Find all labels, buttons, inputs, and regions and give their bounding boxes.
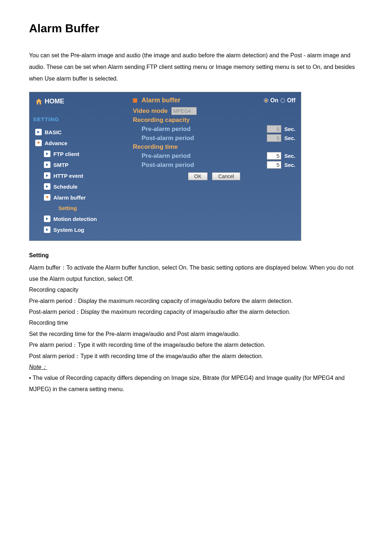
sidebar-item-ftp[interactable]: FTP client: [33, 148, 124, 159]
recording-capacity-label: Recording capacity: [133, 116, 190, 124]
sidebar-item-http[interactable]: HTTP event: [33, 170, 124, 181]
arrow-right-icon: [44, 226, 50, 233]
note-label: Note：: [29, 362, 363, 373]
radio-on-label: On: [270, 97, 278, 104]
ok-button[interactable]: OK: [188, 172, 208, 180]
home-link[interactable]: HOME: [33, 98, 124, 105]
sidebar-item-alarm-buffer[interactable]: Alarm buffer: [33, 192, 124, 203]
video-mode-value: MPEG4: [171, 107, 197, 115]
unit-label: Sec.: [284, 153, 295, 159]
video-mode-label: Video mode: [133, 107, 168, 115]
arrow-right-icon: [44, 183, 50, 190]
sidebar-item-advance[interactable]: Advance: [33, 138, 124, 148]
arrow-right-icon: [35, 129, 42, 135]
sidebar-item-label: Motion detection: [53, 216, 97, 222]
desc-heading: Setting: [29, 250, 363, 261]
intro-text: You can set the Pre-alarm image and audi…: [29, 50, 363, 85]
desc-line: Post-alarm period：Display the maximum re…: [29, 307, 363, 317]
unit-label: Sec.: [284, 135, 295, 141]
sidebar-item-label: Schedule: [53, 184, 78, 190]
cap-post-label: Post-alarm period: [142, 135, 194, 142]
sidebar-item-label: SMTP: [53, 162, 69, 168]
radio-off[interactable]: [281, 98, 285, 103]
sidebar-item-label: HTTP event: [53, 173, 83, 179]
sidebar-item-schedule[interactable]: Schedule: [33, 181, 124, 192]
section-icon: [133, 98, 137, 103]
description-section: Setting Alarm buffer：To activate the Ala…: [29, 250, 363, 395]
radio-off-label: Off: [287, 97, 295, 104]
alarm-buffer-toggle: On Off: [264, 97, 295, 104]
sidebar-item-motion[interactable]: Motion detection: [33, 213, 124, 224]
desc-line: Recording capacity: [29, 284, 363, 295]
desc-line: Recording time: [29, 317, 363, 328]
cap-post-value: 5: [267, 134, 281, 142]
sidebar-item-basic[interactable]: BASIC: [33, 127, 124, 138]
desc-line: Post alarm period：Type it with recording…: [29, 351, 363, 362]
desc-line: Pre alarm period：Type it with recording …: [29, 340, 363, 350]
arrow-right-icon: [44, 172, 50, 179]
desc-line: Set the recording time for the Pre-alarm…: [29, 329, 363, 340]
cap-pre-value: 5: [267, 125, 281, 133]
cap-pre-label: Pre-alarm period: [142, 126, 191, 133]
time-pre-label: Pre-alarm period: [142, 152, 191, 160]
sidebar-item-smtp[interactable]: SMTP: [33, 159, 124, 170]
panel-title: Alarm buffer: [142, 97, 180, 104]
unit-label: Sec.: [284, 126, 295, 132]
camera-settings-panel: HOME SETTING BASIC Advance FTP client SM…: [29, 92, 301, 241]
home-icon: [35, 98, 42, 105]
main-panel: Alarm buffer On Off Video mode MPEG4 Rec…: [127, 92, 301, 241]
note-line: • The value of Recording capacity differ…: [29, 373, 363, 395]
sidebar-item-syslog[interactable]: System Log: [33, 224, 124, 235]
arrow-right-icon: [44, 151, 50, 157]
sidebar-item-label: Alarm buffer: [53, 194, 86, 201]
page-title: Alarm Buffer: [29, 22, 363, 35]
radio-on[interactable]: [264, 98, 268, 103]
sidebar-item-label: FTP client: [53, 151, 79, 157]
time-post-label: Post-alarm period: [142, 161, 194, 169]
arrow-down-icon: [44, 194, 50, 201]
arrow-down-icon: [35, 140, 42, 146]
sidebar-item-alarm-setting[interactable]: Setting: [33, 203, 124, 213]
sidebar: HOME SETTING BASIC Advance FTP client SM…: [29, 92, 127, 241]
sidebar-item-label: BASIC: [45, 129, 62, 135]
sidebar-item-label: Advance: [45, 140, 68, 146]
recording-time-label: Recording time: [133, 143, 178, 151]
sidebar-item-label: Setting: [58, 205, 77, 211]
time-post-input[interactable]: 5: [267, 161, 281, 169]
sidebar-item-label: System Log: [53, 227, 84, 233]
desc-line: Pre-alarm period：Display the maximum rec…: [29, 296, 363, 307]
home-label: HOME: [45, 98, 64, 105]
arrow-right-icon: [44, 216, 50, 222]
arrow-right-icon: [44, 161, 50, 168]
cancel-button[interactable]: Cancel: [212, 172, 240, 180]
desc-line: Alarm buffer：To activate the Alarm buffe…: [29, 262, 363, 284]
time-pre-input[interactable]: 5: [267, 152, 281, 160]
unit-label: Sec.: [284, 162, 295, 168]
setting-header: SETTING: [33, 116, 124, 122]
